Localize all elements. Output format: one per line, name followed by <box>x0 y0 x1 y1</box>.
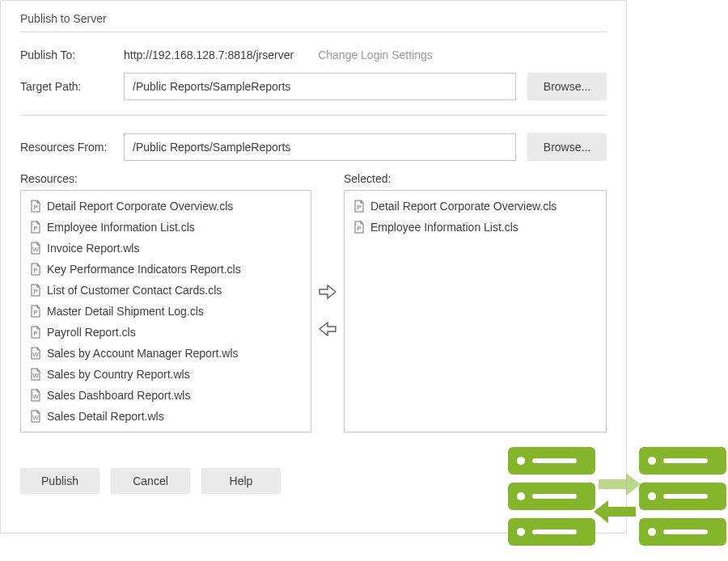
arrow-left-icon <box>319 322 336 339</box>
resources-item[interactable]: PMaster Detail Shipment Log.cls <box>24 301 307 322</box>
svg-text:P: P <box>33 267 37 274</box>
resources-item[interactable]: WSales Dashboard Report.wls <box>24 385 307 406</box>
file-w-icon: W <box>29 389 42 402</box>
transfer-arrows <box>311 190 344 432</box>
file-p-icon: P <box>353 221 366 234</box>
resources-label: Resources: <box>20 172 311 185</box>
svg-text:P: P <box>33 288 37 295</box>
cancel-button[interactable]: Cancel <box>111 468 190 494</box>
list-item-label: Sales Detail Report.wls <box>47 408 164 424</box>
file-p-icon: P <box>29 326 42 339</box>
file-p-icon: P <box>29 263 42 276</box>
dual-list: PDetail Report Corporate Overview.clsPEm… <box>20 190 607 432</box>
remove-from-selected-button[interactable] <box>315 318 340 342</box>
list-item-label: Employee Information List.cls <box>47 219 195 235</box>
selected-item[interactable]: PEmployee Information List.cls <box>348 217 603 238</box>
section-divider <box>20 115 607 116</box>
list-item-label: Detail Report Corporate Overview.cls <box>370 198 557 214</box>
publish-dialog: Publish to Server Publish To: http://192… <box>0 0 627 534</box>
publish-button[interactable]: Publish <box>20 468 99 494</box>
file-p-icon: P <box>29 305 42 318</box>
svg-rect-28 <box>663 494 708 499</box>
list-item-label: Master Detail Shipment Log.cls <box>47 303 204 319</box>
svg-text:W: W <box>32 393 39 400</box>
list-item-label: Detail Report Corporate Overview.cls <box>47 198 233 214</box>
list-item-label: Sales by Country Report.wls <box>47 366 190 382</box>
resources-from-row: Resources From: Browse... <box>20 133 607 161</box>
list-item-label: Employee Information List.cls <box>370 219 518 235</box>
target-path-label: Target Path: <box>20 80 117 93</box>
resources-item[interactable]: PKey Performance Indicators Report.cls <box>24 259 307 280</box>
svg-rect-26 <box>663 458 708 463</box>
target-path-row: Target Path: Browse... <box>20 73 607 100</box>
selected-label: Selected: <box>344 172 607 185</box>
resources-item[interactable]: PList of Customer Contact Cards.cls <box>24 280 307 301</box>
publish-to-label: Publish To: <box>20 49 117 61</box>
resources-from-label: Resources From: <box>20 141 117 154</box>
svg-rect-30 <box>663 529 708 534</box>
resources-from-browse-button[interactable]: Browse... <box>527 133 607 161</box>
target-path-input[interactable] <box>124 73 516 100</box>
resources-item[interactable]: PDetail Report Corporate Overview.cls <box>24 196 307 217</box>
selected-item[interactable]: PDetail Report Corporate Overview.cls <box>348 196 603 217</box>
svg-text:P: P <box>33 330 37 337</box>
file-p-icon: P <box>29 200 42 213</box>
svg-text:P: P <box>33 204 37 211</box>
svg-text:W: W <box>32 414 39 421</box>
publish-to-url: http://192.168.128.7:8818/jrserver <box>124 49 294 61</box>
lists-header: Resources: Selected: <box>20 172 607 190</box>
arrow-right-icon <box>319 285 336 302</box>
list-item-label: Key Performance Indicators Report.cls <box>47 261 241 277</box>
list-item-label: Payroll Report.cls <box>47 324 136 340</box>
svg-text:P: P <box>357 225 361 232</box>
resources-from-input[interactable] <box>124 133 516 161</box>
svg-rect-18 <box>639 518 726 546</box>
svg-text:W: W <box>32 372 39 379</box>
list-item-label: List of Customer Contact Cards.cls <box>47 282 222 298</box>
resources-item[interactable]: PEmployee Information List.cls <box>24 217 307 238</box>
target-path-browse-button[interactable]: Browse... <box>527 73 607 100</box>
svg-text:P: P <box>33 309 37 316</box>
svg-rect-17 <box>639 483 726 510</box>
list-item-label: Sales by Account Manager Report.wls <box>47 345 239 361</box>
resources-item[interactable]: PPayroll Report.cls <box>24 322 307 343</box>
svg-point-29 <box>648 528 656 536</box>
action-row: Publish Cancel Help <box>20 468 607 494</box>
svg-rect-16 <box>639 447 726 475</box>
file-w-icon: W <box>29 347 42 360</box>
file-p-icon: P <box>29 284 42 297</box>
list-item-label: Sales Dashboard Report.wls <box>47 387 190 403</box>
add-to-selected-button[interactable] <box>315 280 340 305</box>
resources-item[interactable]: WSales by Country Report.wls <box>24 364 307 385</box>
svg-text:P: P <box>33 225 37 232</box>
svg-point-27 <box>648 492 656 500</box>
file-p-icon: P <box>29 221 42 234</box>
change-login-link[interactable]: Change Login Settings <box>318 49 433 61</box>
help-button[interactable]: Help <box>201 468 281 494</box>
selected-listbox[interactable]: PDetail Report Corporate Overview.clsPEm… <box>344 190 607 432</box>
list-item-label: Invoice Report.wls <box>47 240 139 256</box>
publish-to-row: Publish To: http://192.168.128.7:8818/jr… <box>20 49 607 61</box>
resources-item[interactable]: WInvoice Report.wls <box>24 238 307 259</box>
svg-text:W: W <box>32 351 39 358</box>
resources-item[interactable]: WSales Detail Report.wls <box>24 406 307 427</box>
file-w-icon: W <box>29 242 42 255</box>
file-w-icon: W <box>29 410 42 423</box>
svg-text:W: W <box>32 246 39 253</box>
svg-point-25 <box>648 457 656 465</box>
dialog-title: Publish to Server <box>20 12 607 32</box>
svg-text:P: P <box>357 204 361 211</box>
file-w-icon: W <box>29 368 42 381</box>
file-p-icon: P <box>353 200 366 213</box>
resources-item[interactable]: WSales by Account Manager Report.wls <box>24 343 307 364</box>
resources-listbox[interactable]: PDetail Report Corporate Overview.clsPEm… <box>20 190 311 432</box>
